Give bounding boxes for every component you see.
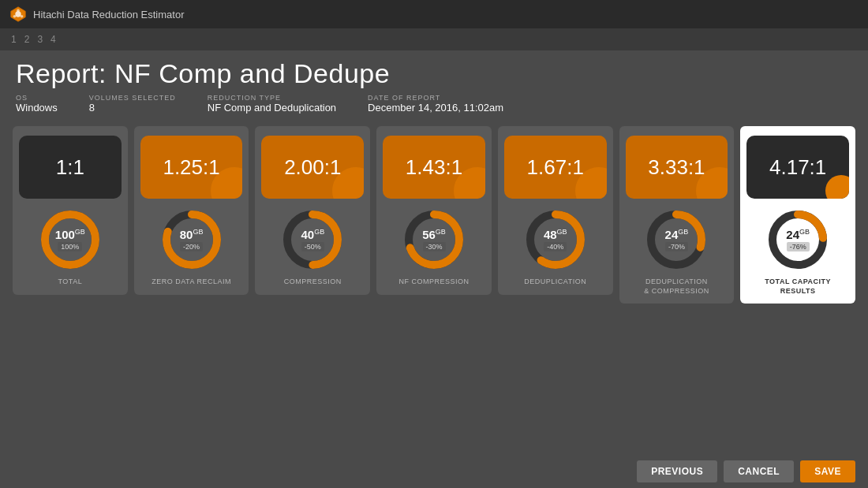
card-nf-compression: 1.43:1 56GB -30% NF COMPRESSION [376, 126, 492, 295]
gb-compression: 40GB [301, 229, 324, 240]
card-dedup-compression: 3.33:1 24GB -70% DEDUPLICATION & COMPRES… [619, 126, 735, 304]
step-4: 4 [51, 34, 56, 45]
meta-info: OS Windows Volumes Selected 8 Reduction … [16, 94, 852, 114]
label-nf: NF COMPRESSION [399, 278, 470, 287]
svg-point-1 [15, 11, 21, 17]
gb-total: 100GB [55, 229, 85, 240]
pct-zero: -20% [180, 242, 203, 251]
card-deduplication: 1.67:1 48GB -40% DEDUPLICATION [498, 126, 613, 295]
gb-total-cap: 24GB [786, 229, 810, 240]
meta-date: Date of Report December 14, 2016, 11:02a… [368, 94, 503, 114]
meta-date-label: Date of Report [368, 94, 503, 102]
ratio-total: 1:1 [56, 155, 84, 180]
ratio-total-cap: 4.17:1 [769, 155, 826, 180]
donut-dedup-comp: 24GB -70% [645, 208, 708, 271]
step-2: 2 [24, 34, 30, 45]
ratio-box-dedup: 1.67:1 [504, 136, 607, 199]
meta-os-value: Windows [16, 102, 58, 114]
svg-point-3 [21, 15, 24, 18]
label-total-cap: TOTAL CAPACITY RESULTS [765, 278, 831, 296]
pct-total: 100% [58, 242, 82, 251]
pct-nf: -30% [423, 242, 446, 251]
meta-reduction-label: Reduction Type [208, 94, 336, 102]
label-zero: ZERO DATA RECLAIM [152, 278, 231, 287]
card-compression: 2.00:1 40GB -50% COMPRESSION [255, 126, 370, 295]
page-header: Report: NF Comp and Dedupe OS Windows Vo… [0, 50, 868, 118]
donut-dedup: 48GB -40% [524, 208, 587, 271]
svg-point-4 [13, 15, 17, 18]
donut-zero: 80GB -20% [160, 208, 223, 271]
pct-compression: -50% [301, 242, 324, 251]
ratio-box-compression: 2.00:1 [261, 136, 364, 199]
ratio-box-nf: 1.43:1 [383, 136, 485, 199]
ratio-zero: 1.25:1 [163, 155, 219, 180]
donut-total: 100GB 100% [39, 208, 102, 271]
donut-total-cap: 24GB -76% [766, 208, 829, 271]
ratio-box-total: 1:1 [19, 136, 122, 199]
donut-nf: 56GB -30% [402, 208, 466, 271]
meta-reduction-value: NF Comp and Deduplication [208, 102, 336, 114]
pct-dedup: -40% [544, 242, 567, 251]
cards-area: 1:1 100GB 100% TOTAL 1.25:1 80GB [0, 118, 868, 304]
app-title: Hitachi Data Reduction Estimator [33, 9, 184, 20]
meta-os: OS Windows [16, 94, 58, 114]
card-zero-data-reclaim: 1.25:1 80GB -20% ZERO DATA RECLAIM [134, 126, 249, 295]
meta-date-value: December 14, 2016, 11:02am [368, 102, 503, 114]
card-total: 1:1 100GB 100% TOTAL [13, 126, 128, 295]
page-title: Report: NF Comp and Dedupe [16, 58, 852, 89]
label-compression: COMPRESSION [284, 278, 342, 287]
gb-zero: 80GB [180, 229, 204, 240]
ratio-box-zero: 1.25:1 [140, 136, 243, 199]
card-total-capacity: 4.17:1 24GB -76% TOTAL CAPACITY RESULTS [740, 126, 855, 304]
save-button[interactable]: SAVE [800, 460, 855, 482]
ratio-dedup: 1.67:1 [527, 155, 584, 180]
meta-volumes-label: Volumes Selected [89, 94, 176, 102]
steps-bar: 1 2 3 4 [0, 28, 868, 50]
label-dedup-comp: DEDUPLICATION & COMPRESSION [644, 278, 709, 296]
meta-os-label: OS [16, 94, 58, 102]
ratio-compression: 2.00:1 [284, 155, 341, 180]
ratio-nf: 1.43:1 [406, 155, 462, 180]
meta-volumes-value: 8 [89, 102, 176, 114]
meta-reduction-type: Reduction Type NF Comp and Deduplication [208, 94, 336, 114]
gb-nf: 56GB [422, 229, 446, 240]
meta-volumes: Volumes Selected 8 [89, 94, 176, 114]
topbar: Hitachi Data Reduction Estimator [0, 0, 868, 28]
svg-point-2 [17, 9, 20, 13]
ratio-box-dedup-comp: 3.33:1 [626, 136, 728, 199]
donut-compression: 40GB -50% [281, 208, 344, 271]
ratio-dedup-comp: 3.33:1 [648, 155, 705, 180]
ratio-box-total-cap: 4.17:1 [746, 136, 849, 199]
gb-dedup-comp: 24GB [665, 229, 689, 240]
label-total: TOTAL [58, 278, 83, 287]
step-3: 3 [37, 34, 43, 45]
pct-total-cap: -76% [787, 242, 810, 251]
pct-dedup-comp: -70% [665, 242, 688, 251]
logo-icon [9, 6, 27, 23]
label-dedup: DEDUPLICATION [524, 278, 586, 287]
bottom-bar: PREVIOUS CANCEL SAVE [0, 455, 868, 488]
step-1: 1 [11, 34, 17, 45]
previous-button[interactable]: PREVIOUS [637, 460, 717, 482]
cancel-button[interactable]: CANCEL [724, 460, 794, 482]
gb-dedup: 48GB [544, 229, 567, 240]
